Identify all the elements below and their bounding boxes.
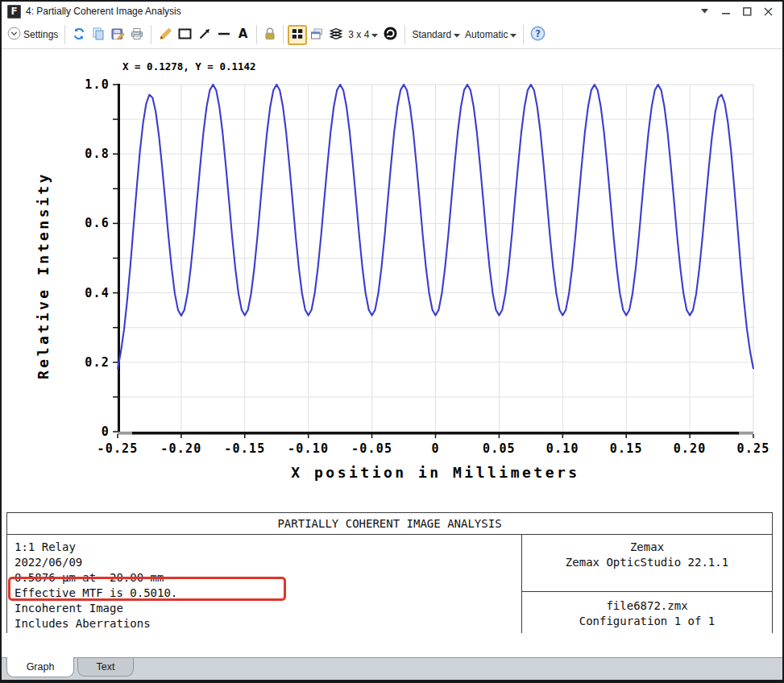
refresh-icon <box>72 27 86 43</box>
chevron-down-icon <box>454 29 460 40</box>
analysis-text-panel: PARTIALLY COHERENT IMAGE ANALYSIS 1:1 Re… <box>6 512 773 633</box>
x-tick-label: 0.25 <box>737 441 770 456</box>
aberrations-line: Includes Aberrations <box>15 616 521 631</box>
panel-body: 1:1 Relay 2022/06/09 0.5876 µm at -20.00… <box>7 535 772 633</box>
separator <box>256 25 257 44</box>
software-version: Zemax OpticStudio 22.1.1 <box>522 555 772 570</box>
panel-left-column: 1:1 Relay 2022/06/09 0.5876 µm at -20.00… <box>7 535 521 633</box>
analysis-window: F 4: Partially Coherent Image Analysis S… <box>0 0 784 683</box>
minimize-icon[interactable] <box>717 4 735 19</box>
window-title: 4: Partially Coherent Image Analysis <box>26 6 181 17</box>
separator <box>523 25 524 44</box>
standard-dropdown[interactable]: Standard <box>409 27 463 42</box>
auto-update-icon <box>383 26 398 43</box>
y-tick-label: 0.8 <box>85 147 110 161</box>
annotate-arrow-button[interactable] <box>195 25 214 45</box>
separator <box>283 25 284 44</box>
x-tick-label: -0.15 <box>224 441 265 456</box>
svg-text:A: A <box>239 27 248 41</box>
print-icon <box>130 27 144 43</box>
intensity-chart[interactable]: -0.25-0.20-0.15-0.10-0.0500.050.100.150.… <box>2 48 782 512</box>
maximize-icon[interactable] <box>738 4 756 19</box>
file-cell: file6872.zmx Configuration 1 of 1 <box>522 592 772 633</box>
lock-button[interactable] <box>261 25 279 45</box>
svg-text:?: ? <box>536 28 541 39</box>
annotate-line-button[interactable] <box>214 25 234 45</box>
annotate-rectangle-button[interactable] <box>175 25 195 45</box>
refresh-button[interactable] <box>69 25 89 45</box>
tab-graph[interactable]: Graph <box>6 657 74 677</box>
settings-label: Settings <box>23 29 58 40</box>
annotate-text-button[interactable]: A <box>234 25 252 45</box>
automatic-dropdown[interactable]: Automatic <box>463 27 519 42</box>
vendor-name: Zemax <box>522 540 772 555</box>
toolbar: Settings A <box>2 21 782 49</box>
settings-chevron-icon <box>7 27 21 43</box>
fit-window-icon <box>290 27 305 43</box>
y-axis-title: Relative Intensity <box>35 172 52 379</box>
y-tick-label: 0.6 <box>85 216 110 230</box>
line-icon <box>217 27 231 43</box>
x-tick-label: -0.05 <box>351 441 392 456</box>
panel-header: PARTIALLY COHERENT IMAGE ANALYSIS <box>7 513 772 535</box>
lock-icon <box>263 27 276 43</box>
x-tick-label: 0.05 <box>483 441 516 456</box>
automatic-label: Automatic <box>465 29 508 40</box>
help-icon: ? <box>530 26 545 43</box>
tab-bar: Graph Text <box>2 657 782 680</box>
print-button[interactable] <box>127 25 147 45</box>
fit-window-button[interactable] <box>288 25 307 45</box>
copy-button[interactable] <box>89 25 108 45</box>
panel-right-column: Zemax Zemax OpticStudio 22.1.1 file6872.… <box>521 535 772 633</box>
help-button[interactable]: ? <box>528 24 548 45</box>
grid-layout-label: 3 x 4 <box>348 29 369 40</box>
chevron-down-icon <box>371 29 378 40</box>
annotate-pencil-button[interactable] <box>156 25 175 45</box>
separator <box>64 25 65 44</box>
title-bar: F 4: Partially Coherent Image Analysis <box>2 2 782 21</box>
x-tick-label: 0 <box>431 441 439 456</box>
separator <box>404 25 405 44</box>
separator <box>151 25 151 44</box>
x-tick-label: -0.20 <box>160 441 201 456</box>
save-button[interactable] <box>108 25 127 45</box>
copy-icon <box>91 27 106 43</box>
file-name: file6872.zmx <box>522 598 772 614</box>
window-controls <box>696 4 777 19</box>
x-tick-label: 0.15 <box>610 441 643 456</box>
arrow-icon <box>197 27 212 43</box>
close-icon[interactable] <box>759 4 777 19</box>
text-icon: A <box>236 27 250 43</box>
cascade-icon <box>309 27 324 43</box>
cascade-window-button[interactable] <box>307 25 326 45</box>
app-icon[interactable]: F <box>7 5 21 19</box>
image-type-line: Incoherent Image <box>15 601 521 616</box>
x-tick-label: -0.10 <box>288 441 329 456</box>
window-menu-icon[interactable] <box>696 4 714 19</box>
x-tick-label: 0.20 <box>674 441 707 456</box>
x-tick-label: 0.10 <box>546 441 579 456</box>
rectangle-icon <box>177 27 193 43</box>
layers-button[interactable] <box>326 25 346 45</box>
lens-title-line: 1:1 Relay <box>15 540 521 555</box>
y-tick-label: 1.0 <box>85 77 110 92</box>
x-tick-label: -0.25 <box>97 441 138 456</box>
pencil-icon <box>158 27 172 43</box>
layers-icon <box>329 27 343 43</box>
y-tick-label: 0.2 <box>85 355 110 370</box>
cursor-readout: X = 0.1278, Y = 0.1142 <box>122 60 256 72</box>
chevron-down-icon <box>510 29 516 40</box>
standard-label: Standard <box>412 29 451 40</box>
chart-area[interactable]: -0.25-0.20-0.15-0.10-0.0500.050.100.150.… <box>2 48 782 512</box>
y-tick-label: 0 <box>102 424 110 439</box>
save-icon <box>110 27 125 43</box>
auto-update-button[interactable] <box>380 24 400 45</box>
x-axis-title: X position in Millimeters <box>291 464 579 481</box>
vendor-cell: Zemax Zemax OpticStudio 22.1.1 <box>522 535 772 592</box>
configuration-info: Configuration 1 of 1 <box>522 614 772 629</box>
tab-text[interactable]: Text <box>77 658 134 677</box>
y-tick-label: 0.4 <box>85 286 110 300</box>
settings-button[interactable]: Settings <box>5 25 60 44</box>
grid-layout-dropdown[interactable]: 3 x 4 <box>346 27 380 42</box>
mtf-highlight-box <box>8 577 286 601</box>
